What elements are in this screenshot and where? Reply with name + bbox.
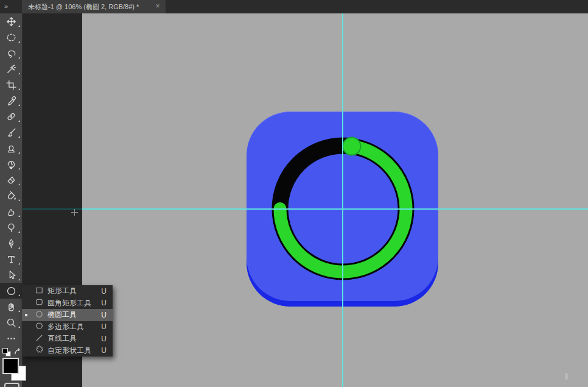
custom-shape-icon — [35, 345, 44, 354]
titlebar: » 未标题-1 @ 106% (椭圆 2, RGB/8#) * × — [0, 0, 588, 13]
rounded-rectangle-shape-icon — [35, 297, 44, 308]
dodge-tool-icon — [6, 222, 16, 233]
magic-wand-tool[interactable] — [0, 61, 22, 77]
custom-shape-shape-icon — [35, 345, 44, 356]
eraser-tool[interactable] — [0, 172, 22, 188]
path-selection-tool[interactable] — [0, 267, 22, 283]
crosshair-cursor — [71, 209, 78, 216]
menu-item-label: 多边形工具 — [47, 322, 101, 332]
type-tool-icon — [6, 254, 16, 265]
menu-item-custom-shape-tool[interactable]: 自定形状工具U — [22, 345, 113, 357]
rectangle-shape-icon — [35, 286, 44, 297]
menu-item-shortcut: U — [101, 311, 107, 319]
eyedropper-tool-icon — [6, 96, 16, 106]
canvas-corner-marker — [565, 373, 568, 380]
polygon-shape-icon — [35, 321, 44, 332]
type-tool[interactable] — [0, 251, 22, 267]
menu-item-shortcut: U — [101, 287, 107, 296]
elliptical-marquee-tool[interactable] — [0, 29, 22, 45]
ellipse-icon — [35, 310, 44, 319]
ellipse-tool-icon — [6, 286, 16, 296]
menu-item-label: 椭圆工具 — [47, 310, 101, 320]
zoom-tool[interactable] — [0, 314, 22, 330]
ellipse-tool[interactable] — [0, 283, 22, 299]
menu-item-line-tool[interactable]: 直线工具U — [22, 333, 113, 345]
menu-item-shortcut: U — [101, 335, 107, 343]
document-tab[interactable]: 未标题-1 @ 106% (椭圆 2, RGB/8#) * × — [22, 0, 166, 13]
tools-panel — [0, 13, 23, 387]
smudge-tool-icon — [6, 207, 16, 217]
pen-tool-icon — [6, 238, 16, 249]
document-tab-title: 未标题-1 @ 106% (椭圆 2, RGB/8#) * — [22, 3, 139, 10]
photoshop-window: » 未标题-1 @ 106% (椭圆 2, RGB/8#) * × 矩形工具U圆… — [0, 0, 588, 387]
brush-tool[interactable] — [0, 124, 22, 140]
pen-tool[interactable] — [0, 235, 22, 251]
paint-bucket-tool-icon — [6, 191, 16, 201]
line-icon — [35, 333, 44, 343]
swap-colors-icon[interactable] — [13, 347, 21, 358]
magic-wand-tool-icon — [6, 64, 16, 74]
menu-item-polygon-tool[interactable]: 多边形工具U — [22, 321, 113, 333]
brush-tool-icon — [6, 127, 16, 138]
collapse-panels-icon[interactable]: » — [4, 1, 8, 12]
quick-mask-icon[interactable] — [4, 383, 19, 387]
spot-healing-brush-tool[interactable] — [0, 108, 22, 124]
path-selection-tool-icon — [6, 270, 16, 280]
clone-stamp-tool[interactable] — [0, 140, 22, 156]
more-options-icon — [6, 333, 16, 344]
move-tool-icon — [6, 16, 16, 27]
line-shape-icon — [35, 333, 44, 344]
rounded-rectangle-icon — [35, 297, 44, 307]
menu-item-label: 矩形工具 — [47, 286, 101, 296]
paint-bucket-tool[interactable] — [0, 188, 22, 204]
menu-item-label: 自定形状工具 — [47, 346, 101, 356]
menu-item-rectangle-tool[interactable]: 矩形工具U — [22, 285, 113, 297]
zoom-tool-icon — [6, 318, 16, 328]
shape-tools-flyout-menu: 矩形工具U圆角矩形工具U椭圆工具U多边形工具U直线工具U自定形状工具U — [22, 285, 113, 357]
more-options[interactable] — [0, 330, 22, 346]
dodge-tool[interactable] — [0, 219, 22, 235]
history-brush-tool-icon — [6, 159, 16, 169]
vertical-guide[interactable] — [342, 13, 343, 387]
hand-tool-icon — [6, 302, 16, 312]
menu-item-shortcut: U — [101, 346, 107, 355]
smudge-tool[interactable] — [0, 204, 22, 219]
lasso-tool-icon — [6, 48, 16, 59]
clone-stamp-tool-icon — [6, 143, 16, 154]
menu-item-ellipse-tool[interactable]: 椭圆工具U — [22, 309, 113, 321]
rectangle-icon — [35, 286, 44, 295]
menu-item-rounded-rectangle-tool[interactable]: 圆角矩形工具U — [22, 297, 113, 310]
polygon-icon — [35, 321, 44, 330]
crop-tool[interactable] — [0, 77, 22, 93]
menu-item-shortcut: U — [101, 299, 107, 307]
crop-tool-icon — [6, 80, 16, 90]
tab-close-icon[interactable]: × — [153, 0, 162, 13]
foreground-color-swatch[interactable] — [2, 358, 19, 374]
history-brush-tool[interactable] — [0, 156, 22, 172]
hand-tool[interactable] — [0, 299, 22, 314]
horizontal-guide[interactable] — [82, 208, 588, 210]
default-colors-icon[interactable] — [2, 348, 11, 357]
eraser-tool-icon — [6, 175, 16, 185]
ellipse-shape-icon — [35, 310, 44, 321]
elliptical-marquee-tool-icon — [6, 32, 16, 43]
move-tool[interactable] — [0, 13, 22, 29]
spot-healing-brush-tool-icon — [6, 112, 16, 122]
eyedropper-tool[interactable] — [0, 93, 22, 108]
menu-item-label: 圆角矩形工具 — [47, 298, 101, 308]
menu-item-shortcut: U — [101, 322, 107, 331]
lasso-tool[interactable] — [0, 45, 22, 61]
menu-item-label: 直线工具 — [47, 333, 101, 344]
